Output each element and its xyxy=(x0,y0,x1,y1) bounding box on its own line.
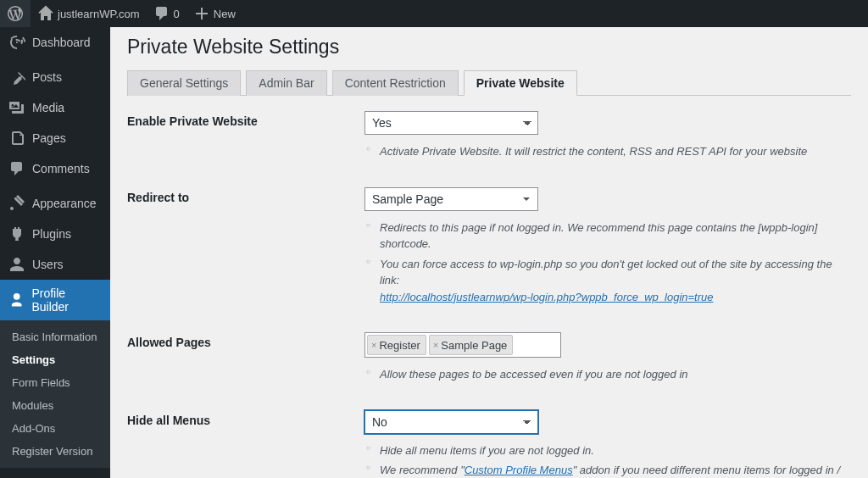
sidebar-item-dashboard[interactable]: Dashboard xyxy=(0,27,110,58)
allowed-pages-input[interactable]: ×Register ×Sample Page xyxy=(364,332,561,358)
submenu-item-register-version[interactable]: Register Version xyxy=(0,440,110,463)
hide-all-menus-label: Hide all Menus xyxy=(127,410,364,479)
sidebar-item-pages[interactable]: Pages xyxy=(0,123,110,153)
new-label: New xyxy=(214,8,236,20)
comment-icon xyxy=(8,160,25,177)
enable-private-website-select[interactable]: Yes xyxy=(364,111,538,135)
sidebar-item-appearance[interactable]: Appearance xyxy=(0,188,110,219)
redirect-desc-1: Redirects to this page if not logged in.… xyxy=(364,220,851,253)
remove-tag-icon[interactable]: × xyxy=(433,340,438,350)
hidemenus-desc-1: Hide all menu items if you are not logge… xyxy=(364,442,851,459)
sidebar-item-comments[interactable]: Comments xyxy=(0,153,110,184)
comments-count: 0 xyxy=(174,8,180,20)
dashboard-icon xyxy=(8,34,25,51)
comment-icon xyxy=(153,5,170,22)
sidebar-item-users[interactable]: Users xyxy=(0,249,110,280)
main-content: Private Website Settings General Setting… xyxy=(110,27,868,478)
sidebar-label: Dashboard xyxy=(32,36,91,49)
plugin-icon xyxy=(8,225,25,242)
media-icon xyxy=(8,99,25,116)
enable-private-website-label: Enable Private Website xyxy=(127,111,364,164)
redirect-desc-2: You can force access to wp-login.php so … xyxy=(364,256,851,306)
wp-logo-button[interactable] xyxy=(0,0,31,27)
site-name-button[interactable]: justlearnWP.com xyxy=(31,0,147,27)
tab-admin-bar[interactable]: Admin Bar xyxy=(246,70,326,96)
tabs-nav: General Settings Admin Bar Content Restr… xyxy=(127,70,851,96)
tab-content-restriction[interactable]: Content Restriction xyxy=(332,70,459,96)
sidebar-item-tools[interactable]: Tools xyxy=(0,472,110,478)
home-icon xyxy=(37,5,54,22)
site-name: justlearnWP.com xyxy=(58,8,140,20)
sidebar-label: Comments xyxy=(32,162,90,175)
submenu-item-form-fields[interactable]: Form Fields xyxy=(0,371,110,394)
sidebar-label: Appearance xyxy=(32,197,97,210)
page-icon xyxy=(8,130,25,147)
tab-private-website[interactable]: Private Website xyxy=(464,70,577,96)
allowed-page-tag[interactable]: ×Register xyxy=(367,335,426,355)
tab-general-settings[interactable]: General Settings xyxy=(127,70,241,96)
brush-icon xyxy=(8,195,25,212)
enable-desc: Activate Private Website. It will restri… xyxy=(364,143,851,160)
hidemenus-desc-2: We recommend "Custom Profile Menus" addo… xyxy=(364,462,851,478)
wordpress-icon xyxy=(7,5,24,22)
submenu-item-add-ons[interactable]: Add-Ons xyxy=(0,417,110,440)
submenu-profile-builder: Basic Information Settings Form Fields M… xyxy=(0,320,110,468)
admin-bar: justlearnWP.com 0 New xyxy=(0,0,868,27)
sidebar-item-posts[interactable]: Posts xyxy=(0,62,110,92)
sidebar-label: Media xyxy=(32,101,64,114)
pin-icon xyxy=(8,69,25,86)
allowed-desc: Allow these pages to be accessed even if… xyxy=(364,366,851,383)
allowed-pages-label: Allowed Pages xyxy=(127,332,364,386)
submenu-item-basic-information[interactable]: Basic Information xyxy=(0,325,110,348)
submenu-item-modules[interactable]: Modules xyxy=(0,394,110,417)
custom-profile-menus-link[interactable]: Custom Profile Menus xyxy=(465,464,573,476)
comments-button[interactable]: 0 xyxy=(147,0,186,27)
new-content-button[interactable]: New xyxy=(186,0,242,27)
sidebar-label: Profile Builder xyxy=(31,286,103,314)
profile-icon xyxy=(8,292,25,308)
sidebar-label: Posts xyxy=(32,70,62,84)
sidebar-item-profile-builder[interactable]: Profile Builder xyxy=(0,280,110,320)
sidebar-item-media[interactable]: Media xyxy=(0,92,110,123)
sidebar-label: Plugins xyxy=(32,227,71,241)
user-icon xyxy=(8,256,25,273)
redirect-to-select[interactable]: Sample Page xyxy=(364,187,538,211)
plus-icon xyxy=(193,5,210,22)
allowed-page-tag[interactable]: ×Sample Page xyxy=(429,335,514,355)
force-login-link[interactable]: http://localhost/justlearnwp/wp-login.ph… xyxy=(380,291,714,303)
submenu-item-settings[interactable]: Settings xyxy=(0,348,110,371)
sidebar-label: Pages xyxy=(32,131,66,145)
sidebar-label: Users xyxy=(32,258,64,271)
sidebar-item-plugins[interactable]: Plugins xyxy=(0,219,110,249)
remove-tag-icon[interactable]: × xyxy=(371,340,376,350)
admin-sidebar: Dashboard Posts Media Pages Comments App… xyxy=(0,27,110,478)
page-title: Private Website Settings xyxy=(127,36,851,58)
hide-all-menus-select[interactable]: No xyxy=(364,410,538,434)
redirect-to-label: Redirect to xyxy=(127,187,364,309)
